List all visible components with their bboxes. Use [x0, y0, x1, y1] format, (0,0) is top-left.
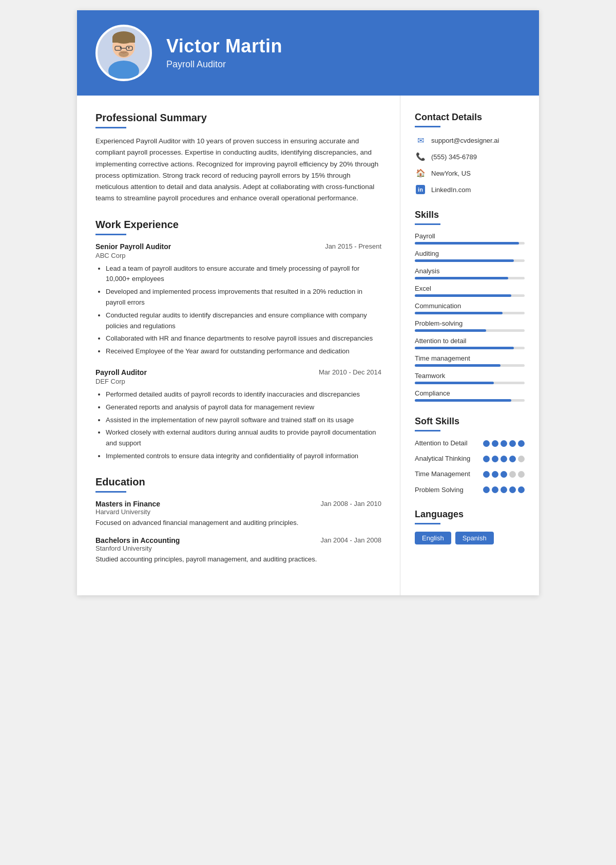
skill-bar-fill — [415, 259, 514, 262]
jobs-container: Senior Payroll Auditor Jan 2015 - Presen… — [95, 242, 381, 462]
contact-text: (555) 345-6789 — [431, 153, 477, 161]
edu-degree: Masters in Finance — [95, 500, 160, 508]
soft-skills-title: Soft Skills — [415, 416, 525, 427]
body: Professional Summary Experienced Payroll… — [77, 96, 539, 595]
job-date: Mar 2010 - Dec 2014 — [319, 368, 381, 376]
language-badge: Spanish — [455, 532, 494, 544]
skill-bar-fill — [415, 294, 511, 297]
header: Victor Martin Payroll Auditor — [77, 10, 539, 96]
edu-desc: Studied accounting principles, payroll m… — [95, 554, 381, 565]
soft-skills-underline — [415, 430, 440, 431]
skill-bar — [415, 312, 525, 314]
education-underline — [95, 491, 126, 493]
job-company: ABC Corp — [95, 252, 381, 259]
bullet-item: Implemented controls to ensure data inte… — [106, 451, 381, 462]
right-column: Contact Details ✉ support@cvdesigner.ai … — [400, 96, 539, 595]
skill-item: Teamwork — [415, 372, 525, 384]
contact-item: 🏠 NewYork, US — [415, 167, 525, 179]
skill-bar-fill — [415, 382, 494, 384]
contact-text: NewYork, US — [431, 170, 471, 177]
job-header: Senior Payroll Auditor Jan 2015 - Presen… — [95, 242, 381, 251]
skill-bar — [415, 347, 525, 349]
contact-underline — [415, 126, 440, 127]
skill-name: Excel — [415, 285, 525, 292]
languages-underline — [415, 523, 440, 524]
skill-bar-fill — [415, 242, 519, 245]
skill-bar-fill — [415, 347, 514, 349]
work-experience-title: Work Experience — [95, 219, 381, 231]
header-title: Payroll Auditor — [166, 59, 282, 70]
edu-header: Masters in Finance Jan 2008 - Jan 2010 — [95, 500, 381, 508]
edu-item: Bachelors in Accounting Jan 2004 - Jan 2… — [95, 536, 381, 565]
job-bullets: Lead a team of payroll auditors to ensur… — [95, 264, 381, 357]
phone-icon: 📞 — [416, 152, 426, 161]
skill-item: Excel — [415, 285, 525, 297]
dot — [518, 440, 525, 447]
skill-name: Analysis — [415, 267, 525, 275]
svg-point-8 — [120, 47, 122, 49]
skill-bar-fill — [415, 399, 511, 402]
dot — [518, 471, 525, 478]
job-header: Payroll Auditor Mar 2010 - Dec 2014 — [95, 368, 381, 377]
left-column: Professional Summary Experienced Payroll… — [77, 96, 400, 595]
bullet-item: Developed and implemented process improv… — [106, 287, 381, 308]
job-bullets: Performed detailed audits of payroll rec… — [95, 389, 381, 462]
bullet-item: Generated reports and analysis of payrol… — [106, 402, 381, 413]
lang-badges-container: EnglishSpanish — [415, 532, 525, 544]
skill-item: Analysis — [415, 267, 525, 279]
edu-degree: Bachelors in Accounting — [95, 536, 180, 544]
soft-skill-name: Time Management — [415, 469, 471, 479]
dot — [509, 486, 516, 493]
skill-name: Auditing — [415, 250, 525, 257]
svg-rect-4 — [112, 37, 135, 43]
contact-text: LinkedIn.com — [431, 186, 471, 194]
soft-skills-section: Soft Skills Attention to Detail Analytic… — [415, 416, 525, 495]
job-item: Payroll Auditor Mar 2010 - Dec 2014 DEF … — [95, 368, 381, 462]
summary-underline — [95, 127, 126, 128]
skill-item: Communication — [415, 302, 525, 314]
summary-text: Experienced Payroll Auditor with 10 year… — [95, 136, 381, 204]
bullet-item: Received Employee of the Year award for … — [106, 346, 381, 357]
job-title: Payroll Auditor — [95, 368, 147, 377]
summary-title: Professional Summary — [95, 112, 381, 124]
dot — [483, 486, 490, 493]
skill-bar-fill — [415, 312, 503, 314]
svg-point-9 — [128, 47, 130, 49]
soft-skill-item: Analytical Thinking — [415, 454, 525, 463]
dots — [483, 471, 525, 478]
skill-name: Teamwork — [415, 372, 525, 380]
work-experience-underline — [95, 234, 126, 235]
skill-name: Time management — [415, 354, 525, 362]
edu-date: Jan 2008 - Jan 2010 — [320, 500, 381, 507]
job-title: Senior Payroll Auditor — [95, 242, 171, 251]
skill-item: Attention to detail — [415, 337, 525, 349]
dot — [483, 456, 490, 462]
bullet-item: Lead a team of payroll auditors to ensur… — [106, 264, 381, 285]
skill-bar — [415, 399, 525, 402]
soft-skill-name: Problem Solving — [415, 485, 471, 495]
contact-item: 📞 (555) 345-6789 — [415, 151, 525, 162]
education-section: Education Masters in Finance Jan 2008 - … — [95, 476, 381, 565]
dot — [483, 471, 490, 478]
bullet-item: Performed detailed audits of payroll rec… — [106, 389, 381, 400]
soft-skill-item: Attention to Detail — [415, 439, 525, 448]
work-experience-section: Work Experience Senior Payroll Auditor J… — [95, 219, 381, 462]
contact-item: ✉ support@cvdesigner.ai — [415, 135, 525, 146]
email-icon: ✉ — [417, 136, 424, 145]
dot — [492, 486, 498, 493]
bullet-item: Collaborated with HR and finance departm… — [106, 333, 381, 344]
skill-name: Payroll — [415, 232, 525, 240]
skill-bar — [415, 277, 525, 279]
job-company: DEF Corp — [95, 378, 381, 385]
dots — [483, 456, 525, 462]
edu-date: Jan 2004 - Jan 2008 — [320, 536, 381, 544]
skill-bar-fill — [415, 329, 486, 332]
dot — [509, 440, 516, 447]
bullet-item: Worked closely with external auditors du… — [106, 427, 381, 449]
skill-bar-fill — [415, 364, 500, 367]
dot — [500, 456, 507, 462]
skill-item: Compliance — [415, 389, 525, 402]
contact-container: ✉ support@cvdesigner.ai 📞 (555) 345-6789… — [415, 135, 525, 195]
skill-item: Payroll — [415, 232, 525, 245]
skill-name: Attention to detail — [415, 337, 525, 345]
